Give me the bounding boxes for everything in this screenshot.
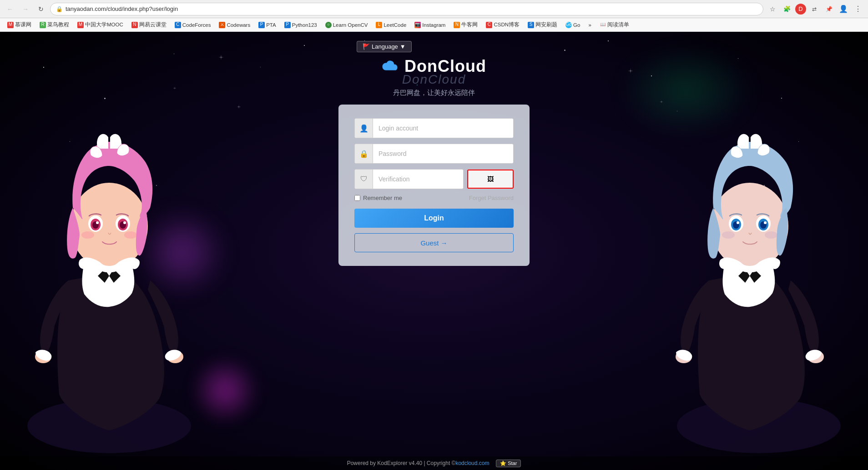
more-bookmarks-icon: »: [588, 22, 591, 28]
bookmark-label: LeetCode: [384, 22, 406, 28]
bookmark-label: 中国大学MOOC: [85, 21, 123, 28]
bookmark-mooc[interactable]: M 中国大学MOOC: [74, 20, 127, 29]
bookmark-label: Python123: [292, 22, 317, 28]
go-icon: Go: [565, 22, 572, 28]
options-row: Remember me Forget Password: [354, 195, 514, 201]
login-card: 👤 🔒 🛡 🖼: [338, 105, 530, 266]
profile-button[interactable]: D: [795, 4, 806, 15]
language-label: Language: [372, 43, 398, 50]
footer-separator: [489, 460, 492, 466]
flag-icon: 🚩: [363, 43, 370, 50]
bookmark-label: Go: [573, 22, 580, 28]
bookmark-mukewang[interactable]: M 慕课网: [4, 20, 35, 29]
codeforces-icon: C: [175, 22, 181, 28]
url-text: tanyaodan.com/cloud/index.php?user/login: [66, 5, 178, 12]
secure-icon: 🔒: [56, 6, 63, 12]
bookmark-star-button[interactable]: ☆: [766, 3, 779, 15]
bookmark-label: Learn OpenCV: [333, 22, 368, 28]
bookmark-label: 菜鸟教程: [47, 21, 69, 28]
bookmark-label: Instagram: [422, 22, 445, 28]
forward-button[interactable]: →: [19, 3, 32, 15]
address-bar[interactable]: 🔒 tanyaodan.com/cloud/index.php?user/log…: [50, 3, 763, 15]
verification-input[interactable]: [373, 170, 464, 189]
account-input-group: 👤: [354, 118, 514, 138]
browser-toolbar: ← → ↻ 🔒 tanyaodan.com/cloud/index.php?us…: [0, 0, 868, 18]
footer-text: Powered by KodExplorer v4.40 | Copyright…: [347, 460, 456, 466]
bookmark-label: Codewars: [227, 22, 250, 28]
bookmark-opencv[interactable]: ○ Learn OpenCV: [322, 21, 372, 29]
account-input[interactable]: [373, 119, 513, 138]
extensions-button[interactable]: 🧩: [781, 3, 793, 15]
bookmark-more[interactable]: »: [585, 21, 595, 29]
remember-me-label[interactable]: Remember me: [354, 195, 402, 201]
dropdown-chevron-icon: ▼: [400, 43, 406, 50]
bookmark-label: PTA: [266, 22, 276, 28]
codewars-icon: ⚔: [219, 22, 225, 28]
toolbar-icons: ☆ 🧩 D ⇄ 📌 👤 ⋮: [766, 3, 864, 15]
bookmark-security[interactable]: S 网安刷题: [524, 20, 561, 29]
pta-icon: P: [258, 22, 265, 28]
verification-input-group: 🛡: [354, 169, 464, 189]
bookmarks-bar: M 慕课网 R 菜鸟教程 M 中国大学MOOC N 网易云课堂 C CodeFo…: [0, 18, 868, 32]
leetcode-icon: L: [376, 22, 382, 28]
menu-button[interactable]: ⋮: [852, 3, 864, 15]
python123-icon: P: [284, 22, 291, 28]
mooc-icon: M: [77, 22, 84, 28]
remember-me-text: Remember me: [363, 195, 402, 201]
password-input[interactable]: [373, 144, 513, 163]
avatar-button[interactable]: 👤: [837, 3, 850, 15]
glow-bottom-left: [191, 356, 259, 425]
bookmark-codeforces[interactable]: C CodeForces: [171, 21, 215, 29]
page-content: 🚩 Language ▼ DonCloud DonCloud 丹巴网盘，让美好永…: [0, 32, 868, 470]
language-button[interactable]: 🚩 Language ▼: [357, 41, 412, 52]
github-star-button[interactable]: ⭐ Star: [496, 460, 521, 467]
forget-password-link[interactable]: Forget Password: [469, 195, 514, 201]
bookmark-netease[interactable]: N 网易云课堂: [128, 20, 170, 29]
user-icon: 👤: [355, 119, 373, 138]
runoob-icon: R: [40, 22, 46, 28]
cloud-logo-icon: [382, 60, 400, 73]
bookmark-reading-list[interactable]: 📖 阅读清单: [596, 20, 633, 29]
remember-me-checkbox[interactable]: [354, 195, 360, 201]
login-button[interactable]: Login: [354, 209, 514, 228]
shield-icon: 🛡: [355, 170, 373, 189]
bookmark-runoob[interactable]: R 菜鸟教程: [36, 20, 73, 29]
opencv-icon: ○: [325, 22, 332, 28]
login-wrapper: 🚩 Language ▼ DonCloud DonCloud 丹巴网盘，让美好永…: [329, 32, 539, 470]
password-icon: 🔒: [355, 144, 373, 163]
reading-list-icon: 📖: [600, 22, 606, 28]
bookmark-nowcoder[interactable]: N 牛客网: [450, 20, 481, 29]
footer: Powered by KodExplorer v4.40 | Copyright…: [0, 456, 868, 470]
back-button[interactable]: ←: [4, 3, 16, 15]
reload-button[interactable]: ↻: [35, 3, 47, 15]
instagram-icon: 📷: [414, 22, 421, 28]
captcha-broken-icon: 🖼: [487, 175, 494, 183]
bookmark-go[interactable]: Go Go: [562, 21, 584, 29]
bookmark-label: 阅读清单: [607, 21, 629, 28]
bookmark-instagram[interactable]: 📷 Instagram: [411, 21, 449, 29]
verification-row: 🛡 🖼: [354, 169, 514, 189]
bookmark-label: 网安刷题: [535, 21, 557, 28]
bookmark-label: 慕课网: [15, 21, 31, 28]
brand-area: DonCloud DonCloud 丹巴网盘，让美好永远陪伴: [382, 57, 486, 97]
footer-link[interactable]: kodcloud.com: [455, 460, 489, 466]
glow-left: [136, 207, 227, 298]
security-icon: S: [528, 22, 534, 28]
bookmark-label: 牛客网: [461, 21, 478, 28]
captcha-image[interactable]: 🖼: [467, 170, 514, 189]
pin-button[interactable]: 📌: [823, 3, 835, 15]
mukewang-icon: M: [7, 22, 14, 28]
password-input-group: 🔒: [354, 144, 514, 164]
bookmark-pta[interactable]: P PTA: [255, 21, 280, 29]
nowcoder-icon: N: [454, 22, 460, 28]
guest-button[interactable]: Guest →: [354, 233, 514, 252]
brand-tagline: 丹巴网盘，让美好永远陪伴: [382, 89, 486, 97]
bookmark-leetcode[interactable]: L LeetCode: [372, 21, 410, 29]
csdn-icon: C: [486, 22, 492, 28]
account-sync-button[interactable]: ⇄: [808, 3, 821, 15]
netease-icon: N: [131, 22, 138, 28]
bookmark-label: CSDN博客: [494, 21, 520, 28]
bookmark-python123[interactable]: P Python123: [281, 21, 321, 29]
bookmark-csdn[interactable]: C CSDN博客: [482, 20, 523, 29]
bookmark-codewars[interactable]: ⚔ Codewars: [215, 21, 254, 29]
